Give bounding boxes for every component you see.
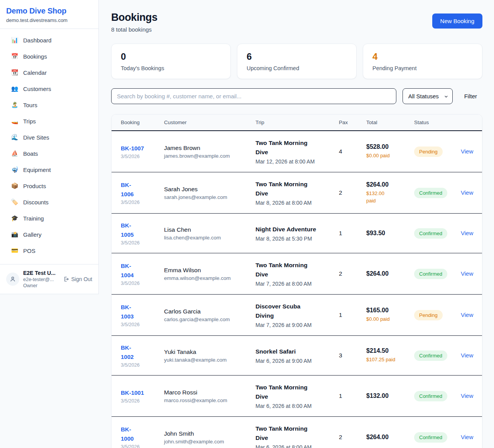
sign-out-button[interactable]: Sign Out xyxy=(63,276,92,282)
total-amount: $264.00 xyxy=(366,270,405,277)
view-link[interactable]: View xyxy=(461,434,473,440)
status-filter-select[interactable]: All Statuses xyxy=(403,88,453,104)
booking-id-link[interactable]: BK- 1006 xyxy=(121,180,155,199)
booking-id-link[interactable]: BK- 1000 xyxy=(121,425,155,443)
pax-count: 3 xyxy=(339,352,357,359)
sidebar-item-label: Tours xyxy=(23,102,37,108)
sidebar-item[interactable]: 📦 Products xyxy=(6,179,92,192)
bar-chart-icon: 📊 xyxy=(11,37,19,44)
table-row: BK- 1004 3/5/2026 Emma Wilson emma.wilso… xyxy=(112,253,482,295)
total-amount: $214.50 xyxy=(366,347,405,354)
view-link[interactable]: View xyxy=(461,230,473,236)
trip-datetime: Mar 8, 2026 at 8:00 AM xyxy=(255,200,330,206)
sidebar-item[interactable]: 🏝️ Tours xyxy=(6,98,92,111)
customer-email: carlos.garcia@example.com xyxy=(164,317,246,322)
view-link[interactable]: View xyxy=(461,392,473,399)
sidebar-item-label: Discounts xyxy=(23,199,49,205)
pax-count: 1 xyxy=(339,230,357,237)
trip-datetime: Mar 12, 2026 at 8:00 AM xyxy=(255,158,330,165)
customer-name: Marco Rossi xyxy=(164,389,246,396)
table-row: BK- 1000 3/5/2026 John Smith john.smith@… xyxy=(112,417,482,448)
sidebar-item[interactable]: 📊 Dashboard xyxy=(6,34,92,47)
new-booking-button[interactable]: New Booking xyxy=(432,13,482,29)
booking-date: 3/5/2026 xyxy=(121,154,155,159)
sidebar-item[interactable]: 🎓 Training xyxy=(6,212,92,225)
table-row: BK-1007 3/5/2026 James Brown james.brown… xyxy=(112,131,482,172)
sidebar-nav: 📊 Dashboard 📅 Bookings 📆 Calendar 👥 Cust… xyxy=(0,29,98,264)
view-link[interactable]: View xyxy=(461,189,473,196)
col-header-trip: Trip xyxy=(251,115,334,131)
view-link[interactable]: View xyxy=(461,352,473,359)
filter-button[interactable]: Filter xyxy=(459,93,482,99)
total-amount: $165.00 xyxy=(366,307,405,314)
page-header: Bookings 8 total bookings New Booking xyxy=(111,12,482,33)
status-badge: Confirmed xyxy=(414,269,447,279)
tear-off-calendar-icon: 📆 xyxy=(11,69,19,76)
sidebar-item-label: Dive Sites xyxy=(23,134,49,141)
sidebar-item[interactable]: 🤿 Equipment xyxy=(6,163,92,176)
stat-value: 6 xyxy=(247,51,347,62)
pax-count: 2 xyxy=(339,434,357,441)
booking-id-link[interactable]: BK- 1005 xyxy=(121,221,155,239)
sidebar-item[interactable]: ⛵ Boats xyxy=(6,147,92,160)
booking-date: 3/5/2026 xyxy=(121,281,155,286)
sidebar-item-label: Dashboard xyxy=(23,37,51,44)
sidebar-item[interactable]: 🏷️ Discounts xyxy=(6,195,92,209)
table-row: BK-1001 3/5/2026 Marco Rossi marco.rossi… xyxy=(112,376,482,417)
search-input[interactable] xyxy=(111,88,396,104)
col-header-action xyxy=(456,115,482,131)
shop-header: Demo Dive Shop demo.test.divestreams.com xyxy=(0,0,98,29)
trip-name: Two Tank Morning Dive xyxy=(255,424,330,443)
trip-datetime: Mar 6, 2026 at 8:00 AM xyxy=(255,444,330,448)
booking-id-link[interactable]: BK-1001 xyxy=(121,388,155,397)
sidebar-item[interactable]: 📅 Bookings xyxy=(6,50,92,63)
status-badge: Confirmed xyxy=(414,432,447,443)
sidebar-item-label: Gallery xyxy=(23,231,42,238)
pax-count: 1 xyxy=(339,392,357,399)
table-row: BK- 1003 3/5/2026 Carlos Garcia carlos.g… xyxy=(112,295,482,336)
sidebar-item[interactable]: 🌊 Dive Sites xyxy=(6,131,92,144)
total-amount: $264.00 xyxy=(366,434,405,441)
stat-card: 6 Upcoming Confirmed xyxy=(237,44,357,79)
booking-id-link[interactable]: BK-1007 xyxy=(121,144,155,153)
pax-count: 2 xyxy=(339,270,357,277)
sidebar-footer: E2E Test U... e2e-tester@... Owner Sign … xyxy=(0,264,98,294)
stat-label: Upcoming Confirmed xyxy=(247,65,347,71)
user-role: Owner xyxy=(23,283,59,288)
customer-name: James Brown xyxy=(164,145,246,152)
view-link[interactable]: View xyxy=(461,312,473,318)
total-amount: $264.00 xyxy=(366,181,405,188)
graduation-cap-icon: 🎓 xyxy=(11,215,19,222)
trip-name: Two Tank Morning Dive xyxy=(255,138,330,157)
booking-id-link[interactable]: BK- 1002 xyxy=(121,343,155,362)
booking-date: 3/5/2026 xyxy=(121,398,155,404)
sidebar-item[interactable]: 📆 Calendar xyxy=(6,66,92,79)
trip-name: Snorkel Safari xyxy=(255,347,330,356)
stats-row: 0 Today's Bookings 6 Upcoming Confirmed … xyxy=(111,44,482,79)
sidebar-item-label: POS xyxy=(23,248,36,254)
page-title: Bookings xyxy=(111,12,157,24)
col-header-pax: Pax xyxy=(334,115,362,131)
sidebar-item[interactable]: 💳 POS xyxy=(6,244,92,257)
booking-id-link[interactable]: BK- 1004 xyxy=(121,261,155,280)
trip-name: Two Tank Morning Dive xyxy=(255,180,330,198)
pax-count: 4 xyxy=(339,148,357,155)
sidebar-item[interactable]: 📸 Gallery xyxy=(6,228,92,241)
trip-name: Discover Scuba Diving xyxy=(255,302,330,320)
sidebar-item[interactable]: 🚤 Trips xyxy=(6,115,92,128)
table-row: BK- 1002 3/5/2026 Yuki Tanaka yuki.tanak… xyxy=(112,336,482,376)
sailboat-icon: ⛵ xyxy=(11,150,19,157)
diving-mask-icon: 🤿 xyxy=(11,166,19,173)
status-badge: Confirmed xyxy=(414,350,447,361)
view-link[interactable]: View xyxy=(461,148,473,155)
total-amount: $132.00 xyxy=(366,392,405,399)
booking-id-link[interactable]: BK- 1003 xyxy=(121,303,155,321)
bookings-table-card: Booking Customer Trip Pax Total Status B… xyxy=(111,114,482,448)
people-icon: 👥 xyxy=(11,85,19,92)
view-link[interactable]: View xyxy=(461,270,473,277)
stat-label: Pending Payment xyxy=(372,65,473,71)
pax-count: 1 xyxy=(339,312,357,318)
trip-datetime: Mar 6, 2026 at 8:00 AM xyxy=(255,403,330,409)
sidebar-item-label: Products xyxy=(23,183,46,189)
sidebar-item[interactable]: 👥 Customers xyxy=(6,82,92,95)
